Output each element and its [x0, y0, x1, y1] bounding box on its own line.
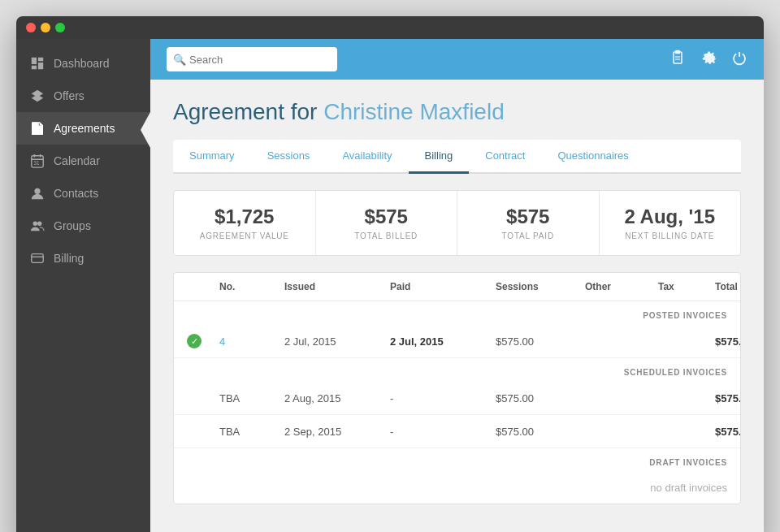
svg-rect-11 [32, 254, 43, 263]
sidebar-item-label: Billing [54, 252, 84, 265]
tab-sessions[interactable]: Sessions [251, 140, 327, 174]
sessions-cell: $575.00 [496, 335, 585, 348]
search-wrap: 🔍 [167, 47, 337, 71]
total-cell: $575.00 ⚙ ▾ [715, 423, 741, 439]
total-paid-label: TOTAL PAID [474, 231, 583, 240]
total-amount: $575.00 [715, 426, 741, 438]
next-billing-label: NEXT BILLING DATE [616, 231, 725, 240]
clipboard-icon[interactable] [670, 50, 686, 70]
sidebar-item-contacts[interactable]: Contacts [16, 177, 150, 210]
summary-cards: $1,725 AGREEMENT VALUE $575 TOTAL BILLED… [173, 190, 741, 256]
titlebar [16, 16, 764, 39]
col-paid: Paid [390, 281, 496, 292]
offers-icon [29, 88, 46, 104]
sidebar-item-dashboard[interactable]: Dashboard [16, 47, 150, 80]
power-icon[interactable] [731, 50, 748, 70]
calendar-icon: 31 [29, 153, 46, 169]
no-draft-invoices: no draft invoices [174, 472, 740, 504]
tab-summary[interactable]: Summary [173, 140, 251, 174]
invoice-number-link[interactable]: 4 [219, 335, 225, 348]
total-amount: $575.00 [715, 392, 741, 404]
close-dot[interactable] [26, 23, 36, 32]
no-cell: 4 [219, 335, 284, 348]
paid-cell: - [390, 426, 496, 438]
tab-contract[interactable]: Contract [469, 140, 541, 174]
page-title-prefix: Agreement for [173, 99, 317, 124]
col-issued: Issued [284, 281, 390, 292]
contacts-icon [29, 185, 46, 201]
sidebar-item-agreements[interactable]: Agreements [16, 112, 150, 145]
summary-card-next-billing: 2 Aug, '15 NEXT BILLING DATE [600, 191, 741, 255]
table-row: TBA 2 Sep, 2015 - $575.00 $575.00 ⚙ ▾ [174, 415, 740, 448]
check-cell: ✓ [187, 334, 219, 348]
sidebar-item-offers[interactable]: Offers [16, 80, 150, 112]
issued-cell: 2 Jul, 2015 [284, 335, 390, 348]
section-draft-invoices: DRAFT INVOICES [174, 448, 740, 472]
header-bar: 🔍 [150, 39, 764, 80]
settings-icon[interactable] [700, 50, 717, 70]
no-cell: TBA [219, 392, 284, 404]
total-paid-value: $575 [474, 205, 583, 228]
maximize-dot[interactable] [55, 23, 65, 32]
page-title-name: Christine Maxfield [323, 99, 505, 124]
table-header: No. Issued Paid Sessions Other Tax Total [174, 273, 740, 301]
svg-rect-14 [675, 50, 680, 54]
summary-card-total-billed: $575 TOTAL BILLED [316, 191, 458, 255]
tab-billing[interactable]: Billing [409, 140, 470, 174]
table-row: TBA 2 Aug, 2015 - $575.00 $575.00 ⚙ ▾ [174, 382, 740, 415]
total-billed-label: TOTAL BILLED [332, 231, 441, 240]
sidebar-item-label: Groups [54, 219, 91, 232]
page-title: Agreement for Christine Maxfield [173, 99, 741, 125]
issued-cell: 2 Sep, 2015 [284, 426, 390, 438]
no-cell: TBA [219, 426, 284, 438]
app-window: Dashboard Offers [16, 16, 764, 532]
header-icons [670, 50, 748, 70]
total-amount: $575.00 [715, 335, 741, 348]
total-cell: $575.00 ⚙ ▾ [715, 333, 741, 349]
col-other: Other [585, 281, 658, 292]
sidebar-item-label: Contacts [54, 187, 98, 200]
col-sessions: Sessions [496, 281, 585, 292]
check-icon: ✓ [187, 334, 202, 348]
agreement-value-label: AGREEMENT VALUE [190, 231, 299, 240]
groups-icon [29, 218, 46, 234]
sidebar-item-billing[interactable]: Billing [16, 242, 150, 275]
paid-cell: - [390, 392, 496, 404]
search-icon: 🔍 [173, 54, 186, 66]
minimize-dot[interactable] [41, 23, 50, 32]
sidebar-item-calendar[interactable]: 31 Calendar [16, 145, 150, 177]
sidebar-item-label: Agreements [54, 122, 115, 135]
main-area: 🔍 [150, 39, 764, 532]
svg-point-9 [33, 222, 37, 226]
sessions-cell: $575.00 [496, 392, 585, 404]
svg-point-10 [37, 222, 41, 226]
summary-card-agreement-value: $1,725 AGREEMENT VALUE [174, 191, 316, 255]
sidebar-item-groups[interactable]: Groups [16, 210, 150, 242]
billing-icon [29, 250, 46, 266]
table-row: ✓ 4 2 Jul, 2015 2 Jul, 2015 $575.00 $575… [174, 325, 740, 358]
sidebar-item-label: Dashboard [54, 57, 110, 70]
dashboard-icon [29, 55, 46, 71]
col-check [187, 281, 219, 292]
summary-card-total-paid: $575 TOTAL PAID [457, 191, 600, 255]
col-tax: Tax [658, 281, 715, 292]
tab-availability[interactable]: Availability [326, 140, 408, 174]
tab-questionnaires[interactable]: Questionnaires [541, 140, 644, 174]
content-area: Agreement for Christine Maxfield Summary… [150, 80, 764, 532]
section-posted-invoices: POSTED INVOICES [174, 301, 740, 325]
paid-cell: 2 Jul, 2015 [390, 335, 496, 348]
sidebar-item-label: Offers [54, 89, 84, 102]
total-cell: $575.00 ⚙ ▾ [715, 390, 741, 406]
search-input[interactable] [167, 47, 337, 71]
invoice-table: No. Issued Paid Sessions Other Tax Total… [173, 272, 741, 504]
sidebar: Dashboard Offers [16, 39, 150, 532]
total-billed-value: $575 [332, 205, 441, 228]
col-total: Total [715, 281, 738, 292]
section-scheduled-invoices: SCHEDULED INVOICES [174, 358, 740, 382]
issued-cell: 2 Aug, 2015 [284, 392, 390, 404]
col-no: No. [219, 281, 284, 292]
svg-text:31: 31 [34, 160, 41, 166]
next-billing-value: 2 Aug, '15 [616, 205, 725, 228]
sessions-cell: $575.00 [496, 426, 585, 438]
sidebar-item-label: Calendar [54, 154, 100, 167]
